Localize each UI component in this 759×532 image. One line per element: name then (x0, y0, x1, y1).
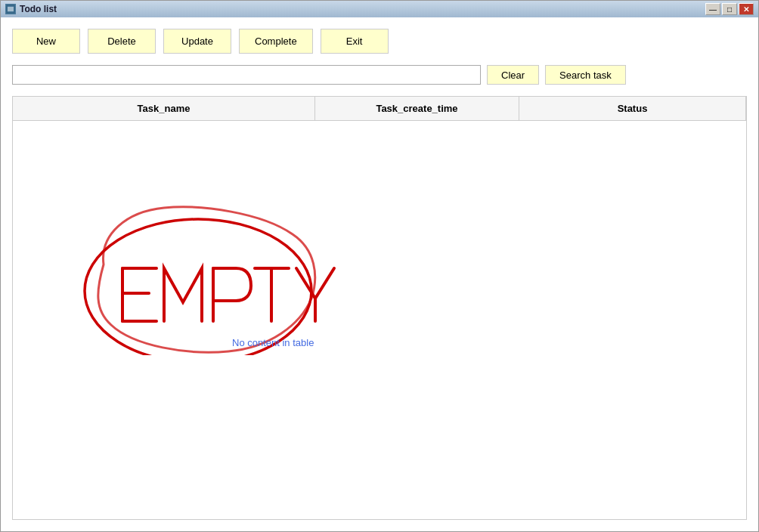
close-button[interactable]: ✕ (739, 3, 754, 15)
window-title: Todo list (20, 4, 57, 14)
empty-drawing: No content in table (58, 159, 398, 355)
update-button[interactable]: Update (163, 29, 231, 54)
title-bar-left: Todo list (5, 4, 57, 14)
window-controls: — □ ✕ (705, 3, 754, 15)
svg-text:No content in table: No content in table (232, 337, 314, 348)
window-content: New Delete Update Complete Exit Clear Se… (1, 17, 758, 531)
toolbar: New Delete Update Complete Exit (12, 29, 747, 54)
table-header: Task_name Task_create_time Status (13, 97, 746, 121)
column-task-create-time: Task_create_time (315, 97, 519, 120)
column-status: Status (519, 97, 746, 120)
exit-button[interactable]: Exit (321, 29, 389, 54)
search-input[interactable] (12, 65, 481, 85)
empty-state: No content in table (58, 159, 398, 355)
main-window: Todo list — □ ✕ New Delete Update Comple… (0, 0, 759, 532)
column-task-name: Task_name (13, 97, 315, 120)
complete-button[interactable]: Complete (239, 29, 313, 54)
task-table: Task_name Task_create_time Status (12, 96, 747, 520)
search-bar: Clear Search task (12, 65, 747, 85)
new-button[interactable]: New (12, 29, 80, 54)
search-task-button[interactable]: Search task (545, 65, 626, 85)
app-icon (5, 4, 16, 14)
maximize-button[interactable]: □ (722, 3, 737, 15)
delete-button[interactable]: Delete (88, 29, 156, 54)
title-bar: Todo list — □ ✕ (1, 1, 758, 17)
clear-button[interactable]: Clear (487, 65, 539, 85)
minimize-button[interactable]: — (705, 3, 720, 15)
table-body: No content in table (13, 121, 746, 519)
